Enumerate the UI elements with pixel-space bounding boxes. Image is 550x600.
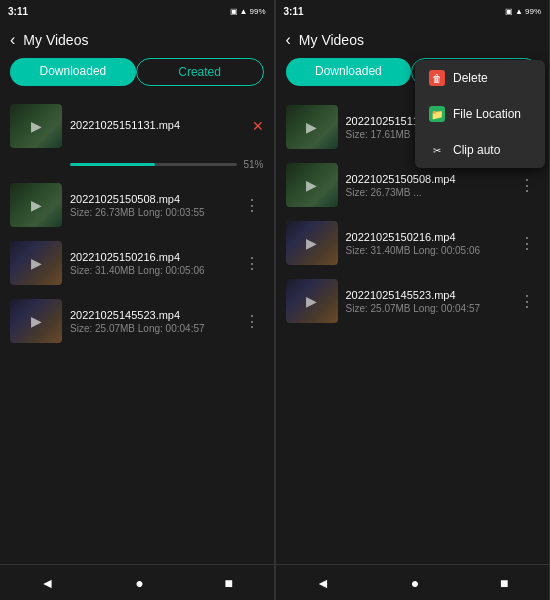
context-menu-file-location[interactable]: 📁 File Location — [415, 96, 545, 132]
home-nav-button[interactable]: ● — [119, 571, 159, 595]
video-thumb: ▶ — [286, 163, 338, 207]
video-name: 20221025150216.mp4 — [346, 231, 508, 243]
video-name: 20221025145523.mp4 — [70, 309, 232, 321]
status-icons-left: ▣ ▲ 99% — [230, 7, 266, 16]
play-icon: ▶ — [306, 119, 317, 135]
play-icon: ▶ — [31, 197, 42, 213]
file-location-icon: 📁 — [429, 106, 445, 122]
menu-nav-button[interactable]: ■ — [209, 571, 249, 595]
progress-row: 51% — [10, 159, 264, 170]
play-icon: ▶ — [306, 177, 317, 193]
more-options-button[interactable]: ⋮ — [240, 308, 264, 335]
video-name: 20221025150216.mp4 — [70, 251, 232, 263]
more-options-button[interactable]: ⋮ — [515, 288, 539, 315]
video-name: 20221025150508.mp4 — [70, 193, 232, 205]
back-button-left[interactable]: ‹ — [10, 31, 15, 49]
video-meta: Size: 25.07MB Long: 00:04:57 — [346, 303, 508, 314]
list-item: ▶ 20221025150508.mp4 Size: 26.73MB Long:… — [0, 176, 274, 234]
menu-nav-button[interactable]: ■ — [484, 571, 524, 595]
thumb-inner: ▶ — [10, 299, 62, 343]
video-thumb: ▶ — [286, 279, 338, 323]
header-left: ‹ My Videos — [0, 22, 274, 58]
video-meta: Size: 25.07MB Long: 00:04:57 — [70, 323, 232, 334]
video-info: 20221025150508.mp4 Size: 26.73MB Long: 0… — [70, 193, 232, 218]
tabs-left: Downloaded Created — [0, 58, 274, 94]
thumb-inner: ▶ — [10, 104, 62, 148]
video-meta: Size: 26.73MB Long: 00:03:55 — [70, 207, 232, 218]
progress-bar-fill — [70, 163, 155, 166]
time-right: 3:11 — [284, 6, 304, 17]
more-options-button[interactable]: ⋮ — [515, 230, 539, 257]
more-options-button[interactable]: ⋮ — [515, 172, 539, 199]
video-thumb: ▶ — [10, 183, 62, 227]
list-item: ▶ 20221025150216.mp4 Size: 31.40MB Long:… — [0, 234, 274, 292]
status-icons-right: ▣ ▲ 99% — [505, 7, 541, 16]
bottom-nav-right: ◄ ● ■ — [276, 564, 550, 600]
play-icon: ▶ — [31, 118, 42, 134]
more-options-button[interactable]: ⋮ — [240, 192, 264, 219]
page-title-right: My Videos — [299, 32, 364, 48]
right-panel: 3:11 ▣ ▲ 99% ‹ My Videos Downloaded Crea… — [276, 0, 551, 600]
battery-right: 99% — [525, 7, 541, 16]
tab-created-left[interactable]: Created — [136, 58, 264, 86]
video-meta: Size: 26.73MB ... — [346, 187, 508, 198]
time-left: 3:11 — [8, 6, 28, 17]
more-options-button[interactable]: ⋮ — [240, 250, 264, 277]
tab-downloaded-right[interactable]: Downloaded — [286, 58, 412, 86]
video-name: 20221025150508.mp4 — [346, 173, 508, 185]
video-meta: Size: 31.40MB Long: 00:05:06 — [346, 245, 508, 256]
back-nav-button[interactable]: ◄ — [24, 571, 70, 595]
video-thumb: ▶ — [10, 299, 62, 343]
play-icon: ▶ — [31, 313, 42, 329]
list-item: ▶ 20221025145523.mp4 Size: 25.07MB Long:… — [0, 292, 274, 350]
play-icon: ▶ — [306, 293, 317, 309]
list-item: ▶ 20221025151131.mp4 ✕ 51% — [0, 98, 274, 176]
thumb-inner: ▶ — [10, 183, 62, 227]
video-info: 20221025145523.mp4 Size: 25.07MB Long: 0… — [70, 309, 232, 334]
thumb-inner: ▶ — [286, 221, 338, 265]
thumb-inner: ▶ — [10, 241, 62, 285]
page-title-left: My Videos — [23, 32, 88, 48]
progress-pct: 51% — [243, 159, 263, 170]
tab-downloaded-left[interactable]: Downloaded — [10, 58, 136, 86]
video-info: 20221025151131.mp4 — [70, 119, 244, 133]
clip-auto-label: Clip auto — [453, 143, 500, 157]
download-row: ▶ 20221025151131.mp4 ✕ — [10, 104, 264, 148]
home-nav-button[interactable]: ● — [395, 571, 435, 595]
status-bar-right: 3:11 ▣ ▲ 99% — [276, 0, 550, 22]
battery-left: 99% — [249, 7, 265, 16]
play-icon: ▶ — [306, 235, 317, 251]
delete-label: Delete — [453, 71, 488, 85]
thumb-inner: ▶ — [286, 279, 338, 323]
clip-auto-icon: ✂ — [429, 142, 445, 158]
video-meta: Size: 31.40MB Long: 00:05:06 — [70, 265, 232, 276]
video-thumb: ▶ — [10, 104, 62, 148]
back-button-right[interactable]: ‹ — [286, 31, 291, 49]
thumb-inner: ▶ — [286, 163, 338, 207]
video-info: 20221025150216.mp4 Size: 31.40MB Long: 0… — [70, 251, 232, 276]
close-download-button[interactable]: ✕ — [252, 118, 264, 134]
bottom-nav-left: ◄ ● ■ — [0, 564, 274, 600]
progress-bar-bg — [70, 163, 237, 166]
file-location-label: File Location — [453, 107, 521, 121]
signal-icon: ▣ — [505, 7, 513, 16]
wifi-icon: ▲ — [240, 7, 248, 16]
list-item: ▶ 20221025150216.mp4 Size: 31.40MB Long:… — [276, 214, 550, 272]
delete-icon: 🗑 — [429, 70, 445, 86]
video-info: 20221025150508.mp4 Size: 26.73MB ... — [346, 173, 508, 198]
video-list-left: ▶ 20221025151131.mp4 ✕ 51% ▶ — [0, 94, 274, 564]
back-nav-button[interactable]: ◄ — [300, 571, 346, 595]
video-name: 20221025145523.mp4 — [346, 289, 508, 301]
thumb-inner: ▶ — [286, 105, 338, 149]
context-menu-delete[interactable]: 🗑 Delete — [415, 60, 545, 96]
status-bar-left: 3:11 ▣ ▲ 99% — [0, 0, 274, 22]
header-right: ‹ My Videos — [276, 22, 550, 58]
video-info: 20221025150216.mp4 Size: 31.40MB Long: 0… — [346, 231, 508, 256]
context-menu-clip-auto[interactable]: ✂ Clip auto — [415, 132, 545, 168]
video-thumb: ▶ — [286, 105, 338, 149]
video-thumb: ▶ — [10, 241, 62, 285]
list-item: ▶ 20221025145523.mp4 Size: 25.07MB Long:… — [276, 272, 550, 330]
wifi-icon: ▲ — [515, 7, 523, 16]
left-panel: 3:11 ▣ ▲ 99% ‹ My Videos Downloaded Crea… — [0, 0, 275, 600]
video-thumb: ▶ — [286, 221, 338, 265]
